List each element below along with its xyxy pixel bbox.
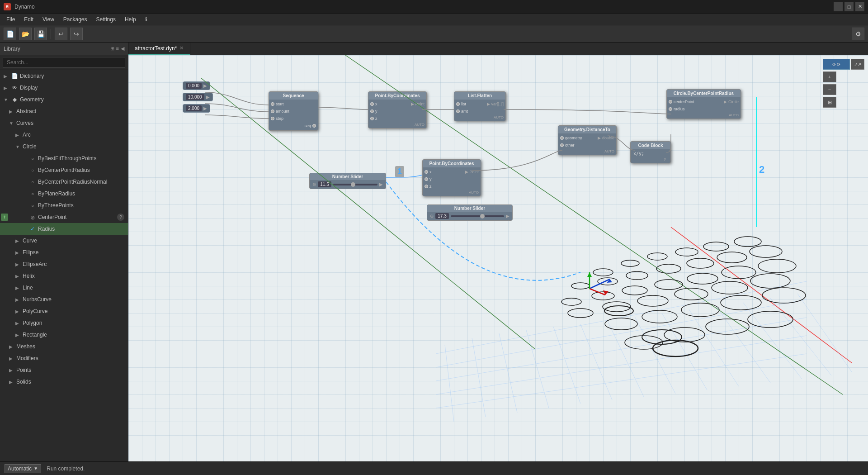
sidebar-item-curves[interactable]: ▼ Curves xyxy=(0,117,128,129)
sidebar-item-label: Abstract xyxy=(16,108,36,114)
sidebar-item-dictionary[interactable]: ▶ 📄 Dictionary xyxy=(0,70,128,82)
menu-help[interactable]: Help xyxy=(120,14,141,24)
sidebar-item-circle[interactable]: ▼ Circle xyxy=(0,141,128,152)
sidebar-item-nurbscurve[interactable]: ▶ NurbsCurve xyxy=(0,294,128,305)
port-x: x ▶ Point xyxy=(368,100,426,108)
number-arrow-icon[interactable]: ▶ xyxy=(206,95,210,100)
sidebar-item-label: ByPlaneRadius xyxy=(38,190,75,197)
sidebar-item-polygon[interactable]: ▶ Polygon xyxy=(0,317,128,329)
circle-icon: ○ xyxy=(29,155,36,162)
menu-packages[interactable]: Packages xyxy=(59,14,92,24)
sidebar-item-centerpoint[interactable]: + ◎ CenterPoint ? xyxy=(0,211,128,223)
sidebar-item-bythreepoints[interactable]: ○ ByThreePoints xyxy=(0,200,128,211)
slider-thumb[interactable] xyxy=(351,182,355,187)
slider-track[interactable] xyxy=(333,184,377,185)
number-arrow-icon[interactable]: ▶ xyxy=(203,106,207,111)
toolbar-undo[interactable]: ↩ xyxy=(55,28,67,40)
menu-file[interactable]: File xyxy=(2,14,19,24)
view-3d-btn[interactable]: ⟳ ⟳ xyxy=(823,59,850,70)
display-icon: 👁 xyxy=(11,84,18,91)
library-sort-btn[interactable]: ≡ xyxy=(116,46,119,52)
port-y: y xyxy=(368,108,426,115)
port-label: z xyxy=(375,116,377,121)
sidebar-item-line[interactable]: ▶ Line xyxy=(0,282,128,294)
sidebar-item-radius[interactable]: ✓ Radius xyxy=(0,223,128,235)
sidebar-item-arc[interactable]: ▶ Arc xyxy=(0,129,128,141)
sidebar-item-geometry[interactable]: ▼ ◆ Geometry xyxy=(0,94,128,105)
sidebar-item-display[interactable]: ▶ 👁 Display xyxy=(0,82,128,94)
close-button[interactable]: ✕ xyxy=(855,2,864,11)
library-filter-btn[interactable]: ⊞ xyxy=(110,46,114,52)
toolbar-save[interactable]: 💾 xyxy=(34,28,47,40)
number-node-2[interactable]: 10.000 ▶ xyxy=(183,93,213,101)
menu-view[interactable]: View xyxy=(38,14,59,24)
point-bycoord-node-2[interactable]: Point.ByCoordinates x ▶ Point y z xyxy=(422,159,481,196)
menu-edit[interactable]: Edit xyxy=(19,14,38,24)
menu-info[interactable]: ℹ xyxy=(141,14,152,24)
toolbar-new[interactable]: 📄 xyxy=(4,28,16,40)
sidebar-item-bybestfit[interactable]: ○ ByBestFitThroughPoints xyxy=(0,152,128,164)
port-dot xyxy=(425,177,428,181)
tab-close-icon[interactable]: ✕ xyxy=(179,45,184,51)
slider-thumb[interactable] xyxy=(480,214,485,218)
sidebar-item-label: Line xyxy=(23,285,33,291)
sidebar-item-ellipsearc[interactable]: ▶ EllipseArc xyxy=(0,258,128,270)
sidebar-item-bycenterradius[interactable]: ○ ByCenterPointRadius xyxy=(0,164,128,176)
canvas[interactable]: 0.000 ▶ 10.000 ▶ 2.000 ▶ Sequence start xyxy=(128,55,868,461)
number-slider-2[interactable]: Number Slider ⊖ 17.3 ▶ xyxy=(427,204,513,221)
sidebar-item-ellipse[interactable]: ▶ Ellipse xyxy=(0,247,128,258)
zoom-out-btn[interactable]: − xyxy=(823,84,836,95)
number-node-1[interactable]: 0.000 ▶ xyxy=(183,81,210,90)
fit-view-btn[interactable]: ⊞ xyxy=(823,97,836,108)
sidebar-item-meshes[interactable]: ▶ Meshes xyxy=(0,341,128,352)
circle-bycenter-node[interactable]: Circle.ByCenterPointRadius centerPoint ▶… xyxy=(666,89,741,119)
sidebar-item-abstract[interactable]: ▶ Abstract xyxy=(0,105,128,117)
sidebar-item-points[interactable]: ▶ Points xyxy=(0,364,128,376)
slider-track[interactable] xyxy=(451,215,504,217)
code-block-node[interactable]: Code Block x/y; y xyxy=(630,141,671,163)
port-dot xyxy=(312,124,316,128)
port-type: ▶ Point xyxy=(411,102,425,106)
port-label: geometry xyxy=(565,136,582,140)
sidebar-item-bycenterradiusnormal[interactable]: ○ ByCenterPointRadiusNormal xyxy=(0,176,128,188)
sidebar-item-curve[interactable]: ▶ Curve xyxy=(0,235,128,247)
port-dot xyxy=(370,117,374,120)
sidebar-item-helix[interactable]: ▶ Helix xyxy=(0,270,128,282)
port-dot xyxy=(456,109,460,113)
sequence-node[interactable]: Sequence start amount step xyxy=(269,91,318,131)
menu-settings[interactable]: Settings xyxy=(92,14,120,24)
port-dot xyxy=(271,102,274,106)
arrow-icon: ▶ xyxy=(9,368,14,373)
toolbar-settings[interactable]: ⚙ xyxy=(852,28,864,40)
sidebar-item-rectangle[interactable]: ▶ Rectangle xyxy=(0,329,128,341)
node-header: Circle.ByCenterPointRadius xyxy=(667,90,741,97)
geometry-distanceto-node[interactable]: Geometry.DistanceTo geometry ▶ double ot… xyxy=(558,125,617,155)
sidebar-item-label: PolyCurve xyxy=(23,308,47,314)
sidebar-item-label: Modifiers xyxy=(16,355,38,361)
main-layout: Library ⊞ ≡ ◀ ▶ 📄 Dictionary ▶ 👁 Display xyxy=(0,43,868,461)
arrow-icon: ▼ xyxy=(9,121,14,126)
search-input[interactable] xyxy=(3,57,125,68)
plus-icon[interactable]: + xyxy=(1,214,8,221)
help-icon[interactable]: ? xyxy=(117,214,124,221)
number-node-3[interactable]: 2.000 ▶ xyxy=(183,104,210,113)
sidebar-item-solids[interactable]: ▶ Solids xyxy=(0,376,128,388)
point-bycoord-node-1[interactable]: Point.ByCoordinates x ▶ Point y z xyxy=(368,91,427,128)
tab-attractortest[interactable]: attractorTest.dyn* ✕ xyxy=(128,43,190,55)
view-2d-btn[interactable]: ↗↗ xyxy=(851,59,864,70)
run-mode-selector[interactable]: Automatic ▼ xyxy=(5,464,41,473)
toolbar-open[interactable]: 📂 xyxy=(19,28,32,40)
number-slider-1[interactable]: Number Slider ⊖ 11.5 ▶ xyxy=(309,173,386,189)
toolbar-redo[interactable]: ↪ xyxy=(70,28,83,40)
minimize-button[interactable]: ─ xyxy=(834,2,843,11)
list-flatten-node[interactable]: List.Flatten list ▶ var[]..[] amt AUTO xyxy=(454,91,506,121)
library-collapse-btn[interactable]: ◀ xyxy=(121,46,124,52)
sidebar-item-polycurve[interactable]: ▶ PolyCurve xyxy=(0,305,128,317)
sidebar-item-label: Arc xyxy=(23,132,31,138)
sidebar-item-byplaneradius[interactable]: ○ ByPlaneRadius xyxy=(0,188,128,200)
sidebar-item-modifiers[interactable]: ▶ Modifiers xyxy=(0,352,128,364)
sidebar-item-label: CenterPoint xyxy=(38,214,66,220)
number-arrow-icon[interactable]: ▶ xyxy=(203,83,207,88)
zoom-in-btn[interactable]: + xyxy=(823,71,836,82)
maximize-button[interactable]: □ xyxy=(844,2,854,11)
